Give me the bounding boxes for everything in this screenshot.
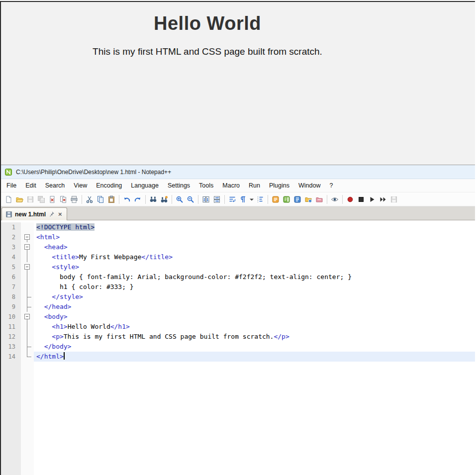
menu-view[interactable]: View xyxy=(69,180,92,191)
code-text: <head> xyxy=(34,242,475,252)
print-button[interactable] xyxy=(69,194,80,205)
window-title: C:\Users\Philip\OneDrive\Desktop\new 1.h… xyxy=(16,169,171,176)
macro-save-icon xyxy=(390,195,398,203)
menu-edit[interactable]: Edit xyxy=(21,180,41,191)
fold-collapse-marker[interactable] xyxy=(21,262,34,272)
fold-margin xyxy=(21,302,34,312)
menu-language[interactable]: Language xyxy=(126,180,163,191)
macro-save-button[interactable] xyxy=(388,194,399,205)
code-line-5[interactable]: 5 <style> xyxy=(1,262,475,272)
macro-run-multiple-button[interactable] xyxy=(378,194,388,205)
document-map-button[interactable] xyxy=(281,194,292,205)
menu-tools[interactable]: Tools xyxy=(194,180,218,191)
fold-margin xyxy=(21,332,34,342)
code-line-13[interactable]: 13 </body> xyxy=(1,342,475,352)
menu-plugins[interactable]: Plugins xyxy=(265,180,294,191)
code-line-6[interactable]: 6 body { font-family: Arial; background-… xyxy=(1,272,475,282)
menu-macro[interactable]: Macro xyxy=(218,180,244,191)
folder-as-workspace-button[interactable] xyxy=(303,194,314,205)
monitoring-button[interactable] xyxy=(329,194,340,205)
code-line-2[interactable]: 2<html> xyxy=(1,232,475,242)
code-line-8[interactable]: 8 </style> xyxy=(1,292,475,302)
code-line-4[interactable]: 4 <title>My First Webpage</title> xyxy=(1,252,475,262)
function-list-icon xyxy=(293,195,301,203)
macro-play-button[interactable] xyxy=(367,194,378,205)
menu-file[interactable]: File xyxy=(2,180,21,191)
line-number: 7 xyxy=(1,282,21,292)
new-file-button[interactable] xyxy=(3,194,14,205)
sync-vertical-button[interactable] xyxy=(200,194,211,205)
show-indent-guide-button[interactable] xyxy=(255,194,266,205)
save-all-icon xyxy=(37,195,45,203)
cut-button[interactable] xyxy=(84,194,95,205)
zoom-out-button[interactable] xyxy=(185,194,196,205)
show-all-characters-button[interactable] xyxy=(238,194,249,205)
save-all-button[interactable] xyxy=(36,194,47,205)
line-number: 13 xyxy=(1,342,21,352)
copy-button[interactable] xyxy=(95,194,106,205)
line-number: 3 xyxy=(1,242,21,252)
menu-settings[interactable]: Settings xyxy=(163,180,194,191)
menu-run[interactable]: Run xyxy=(244,180,265,191)
code-text: body { font-family: Arial; background-co… xyxy=(34,272,475,282)
macro-stop-button[interactable] xyxy=(356,194,367,205)
tab-bar: new 1.html × xyxy=(1,206,475,220)
replace-icon xyxy=(160,195,168,203)
code-line-7[interactable]: 7 h1 { color: #333; } xyxy=(1,282,475,292)
find-button[interactable] xyxy=(148,194,159,205)
sync-horizontal-button[interactable] xyxy=(211,194,222,205)
tab-label: new 1.html xyxy=(15,211,46,218)
notepadpp-logo-icon xyxy=(4,168,12,176)
close-icon xyxy=(48,195,56,203)
find-icon xyxy=(149,195,157,203)
editor-empty-area[interactable] xyxy=(1,362,475,475)
close-button[interactable] xyxy=(47,194,58,205)
fold-collapse-marker[interactable] xyxy=(21,242,34,252)
menu-search[interactable]: Search xyxy=(41,180,70,191)
fold-margin xyxy=(21,352,34,362)
code-text: <p>This is my first HTML and CSS page bu… xyxy=(34,332,475,342)
title-bar: C:\Users\Philip\OneDrive\Desktop\new 1.h… xyxy=(1,165,475,179)
code-line-9[interactable]: 9 </head> xyxy=(1,302,475,312)
zoom-in-button[interactable] xyxy=(174,194,185,205)
code-line-10[interactable]: 10 <body> xyxy=(1,312,475,322)
open-file-button[interactable] xyxy=(14,194,25,205)
show-all-characters-dropdown-button[interactable] xyxy=(249,194,255,205)
word-wrap-icon xyxy=(228,195,236,203)
menu-window[interactable]: Window xyxy=(294,180,325,191)
pin-tab-icon[interactable] xyxy=(48,211,55,217)
menu-help[interactable]: ? xyxy=(325,180,337,191)
code-text: <!DOCTYPE html> xyxy=(34,222,475,232)
code-line-3[interactable]: 3 <head> xyxy=(1,242,475,252)
save-icon xyxy=(26,195,34,203)
toolbar-separator xyxy=(198,195,198,204)
code-line-12[interactable]: 12 <p>This is my first HTML and CSS page… xyxy=(1,332,475,342)
document-switcher-button[interactable] xyxy=(270,194,281,205)
toolbar-separator xyxy=(224,195,225,204)
sync-vertical-icon xyxy=(202,195,210,203)
replace-button[interactable] xyxy=(159,194,170,205)
close-tab-icon[interactable]: × xyxy=(57,211,63,217)
code-line-14[interactable]: 14</html> xyxy=(1,352,475,362)
menu-encoding[interactable]: Encoding xyxy=(92,180,126,191)
code-editor[interactable]: 1<!DOCTYPE html>2<html>3 <head>4 <title>… xyxy=(1,220,475,475)
undo-button[interactable] xyxy=(121,194,132,205)
fold-collapse-marker[interactable] xyxy=(21,312,34,322)
save-button[interactable] xyxy=(25,194,36,205)
fold-margin xyxy=(21,282,34,292)
close-all-button[interactable] xyxy=(58,194,69,205)
macro-record-button[interactable] xyxy=(345,194,356,205)
tab-new-1-html[interactable]: new 1.html × xyxy=(1,207,67,220)
line-number: 14 xyxy=(1,352,21,362)
redo-button[interactable] xyxy=(132,194,143,205)
code-line-1[interactable]: 1<!DOCTYPE html> xyxy=(1,222,475,232)
fold-collapse-marker[interactable] xyxy=(21,232,34,242)
line-number: 1 xyxy=(1,222,21,232)
word-wrap-button[interactable] xyxy=(227,194,238,205)
function-list-button[interactable] xyxy=(292,194,303,205)
paste-button[interactable] xyxy=(106,194,117,205)
preview-content: Hello World This is my first HTML and CS… xyxy=(1,2,414,57)
file-browser-button[interactable] xyxy=(314,194,325,205)
code-line-11[interactable]: 11 <h1>Hello World</h1> xyxy=(1,322,475,332)
code-text: <html> xyxy=(34,232,475,242)
